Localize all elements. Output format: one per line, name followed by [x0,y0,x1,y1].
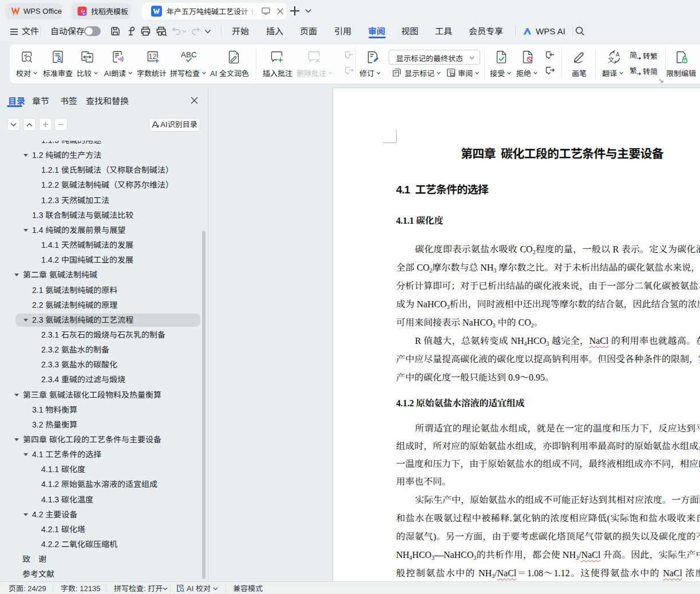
svg-text:文: 文 [608,55,615,64]
svg-text:ABC: ABC [181,50,197,59]
svg-text:12: 12 [149,53,157,61]
svg-text:AI: AI [83,13,86,15]
svg-text:A: A [616,52,620,58]
